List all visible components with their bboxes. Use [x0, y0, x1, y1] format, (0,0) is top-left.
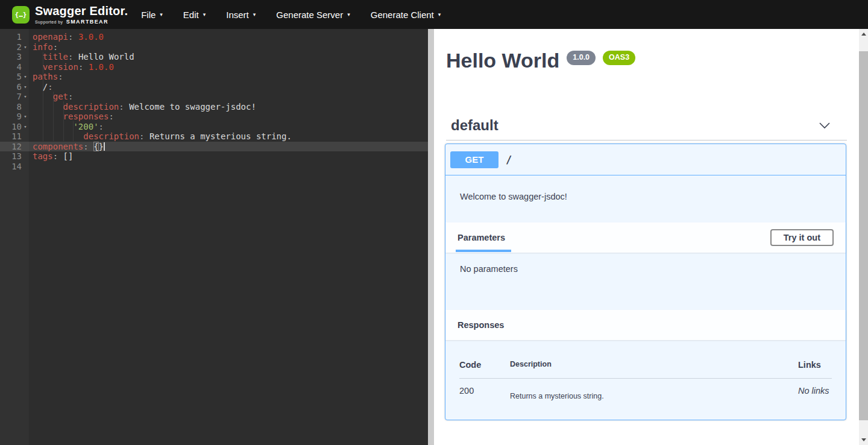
code-text: '200':: [29, 122, 104, 132]
scroll-down-icon[interactable]: [859, 435, 868, 445]
menu-label: Insert: [226, 10, 249, 20]
line-number: 10▾: [0, 122, 29, 132]
line-number: 9▾: [0, 112, 29, 122]
tag-section-header[interactable]: default: [451, 115, 832, 136]
code-editor[interactable]: 1openapi: 3.0.02▾info:3 title: Hello Wor…: [0, 29, 428, 445]
responses-header: Responses: [445, 310, 846, 340]
oas3-badge: OAS3: [603, 51, 635, 65]
tab-parameters[interactable]: Parameters: [458, 233, 505, 242]
preview-scrollbar[interactable]: [859, 29, 868, 445]
text-cursor: [104, 142, 105, 151]
menu-insert[interactable]: Insert▾: [226, 10, 256, 20]
code-text: [29, 162, 33, 172]
code-text: /:: [29, 82, 53, 92]
line-number: 11: [0, 131, 29, 142]
editor-line-7[interactable]: 7▾ get:: [0, 92, 428, 102]
fold-arrow-icon[interactable]: ▾: [22, 92, 29, 102]
version-badge: 1.0.0: [567, 51, 596, 65]
line-number: 6▾: [0, 82, 29, 92]
no-parameters-section: No parameters: [445, 253, 846, 310]
editor-line-10[interactable]: 10▾ '200':: [0, 122, 428, 132]
menubar: File▾Edit▾Insert▾Generate Server▾Generat…: [141, 10, 441, 20]
scroll-up-icon[interactable]: [859, 29, 868, 39]
operation-description-text: Welcome to swagger-jsdoc!: [460, 192, 831, 201]
tag-name: default: [451, 117, 498, 134]
brand-text: Swagger Editor. Supported by SMARTBEAR: [35, 5, 128, 25]
menu-generate-client[interactable]: Generate Client▾: [371, 10, 441, 20]
code-text: responses:: [29, 112, 114, 122]
fold-arrow-icon[interactable]: ▾: [22, 82, 29, 92]
response-links: No links: [798, 386, 832, 400]
col-code: Code: [459, 360, 510, 370]
editor-line-6[interactable]: 6▾ /:: [0, 82, 428, 92]
col-description: Description: [510, 360, 798, 370]
responses-title: Responses: [458, 320, 504, 330]
fold-arrow-icon[interactable]: ▾: [22, 72, 29, 82]
caret-down-icon: ▾: [160, 11, 163, 17]
editor-line-3[interactable]: 3 title: Hello World: [0, 52, 428, 62]
menu-edit[interactable]: Edit▾: [183, 10, 206, 20]
code-text: paths:: [29, 72, 63, 82]
editor-line-5[interactable]: 5▾paths:: [0, 72, 428, 82]
fold-arrow-icon[interactable]: ▾: [22, 112, 29, 122]
code-text: description: Returns a mysterious string…: [29, 131, 292, 142]
code-text: info:: [29, 42, 58, 52]
editor-line-12[interactable]: 12components: {}: [0, 142, 428, 152]
responses-table: Code Description Links 200 Returns a mys…: [445, 340, 846, 420]
editor-line-14[interactable]: 14: [0, 162, 428, 172]
editor-line-8[interactable]: 8 description: Welcome to swagger-jsdoc!: [0, 102, 428, 112]
line-number: 7▾: [0, 92, 29, 102]
menu-file[interactable]: File▾: [141, 10, 163, 20]
topbar: {…} Swagger Editor. Supported by SMARTBE…: [0, 0, 868, 29]
parameters-header: Parameters Try it out: [445, 222, 846, 253]
menu-generate-server[interactable]: Generate Server▾: [276, 10, 350, 20]
editor-line-4[interactable]: 4 version: 1.0.0: [0, 62, 428, 72]
code-text: title: Hello World: [29, 52, 134, 62]
caret-down-icon: ▾: [438, 11, 441, 17]
editor-line-1[interactable]: 1openapi: 3.0.0: [0, 32, 428, 42]
caret-down-icon: ▾: [253, 11, 256, 17]
opblock-get: GET / Welcome to swagger-jsdoc! Paramete…: [445, 144, 846, 420]
editor-line-9[interactable]: 9▾ responses:: [0, 112, 428, 122]
operation-path: /: [506, 154, 512, 166]
line-number: 5▾: [0, 72, 29, 82]
scrollbar-thumb[interactable]: [859, 51, 868, 420]
col-links: Links: [798, 360, 832, 370]
code-text: description: Welcome to swagger-jsdoc!: [29, 102, 256, 112]
smartbear-label: SMARTBEAR: [66, 19, 108, 25]
menu-label: Generate Client: [371, 10, 434, 20]
line-number: 4: [0, 62, 29, 72]
swagger-editor-app: {…} Swagger Editor. Supported by SMARTBE…: [0, 0, 868, 445]
response-row-200: 200 Returns a mysterious string. No link…: [459, 379, 832, 400]
fold-arrow-icon[interactable]: ▾: [22, 122, 29, 132]
operation-summary[interactable]: GET /: [445, 144, 846, 175]
line-number: 3: [0, 52, 29, 62]
http-method-badge: GET: [450, 151, 498, 168]
code-text: components: {}: [29, 142, 105, 152]
pane-splitter[interactable]: [428, 29, 434, 445]
api-docs-preview: Hello World 1.0.0 OAS3 default GET / Wel…: [434, 29, 859, 445]
menu-label: Generate Server: [276, 10, 343, 20]
editor-line-2[interactable]: 2▾info:: [0, 42, 428, 52]
brand-subtitle: Supported by SMARTBEAR: [35, 19, 128, 25]
api-title: Hello World: [446, 49, 559, 72]
line-number: 13: [0, 151, 29, 162]
api-info: Hello World 1.0.0 OAS3: [446, 49, 635, 72]
no-parameters-text: No parameters: [460, 264, 518, 274]
fold-arrow-icon[interactable]: ▾: [22, 42, 29, 52]
caret-down-icon: ▾: [203, 11, 206, 17]
menu-label: File: [141, 10, 156, 20]
swagger-logo-icon: {…}: [12, 6, 30, 24]
chevron-down-icon[interactable]: [817, 118, 832, 133]
parameters-tab-label: Parameters: [458, 233, 505, 242]
line-number: 12: [0, 142, 29, 152]
editor-lines: 1openapi: 3.0.02▾info:3 title: Hello Wor…: [0, 32, 428, 171]
app-title: Swagger Editor.: [35, 5, 128, 17]
line-number: 8: [0, 102, 29, 112]
try-it-out-button[interactable]: Try it out: [770, 229, 834, 246]
editor-line-13[interactable]: 13tags: []: [0, 151, 428, 162]
code-text: get:: [29, 92, 73, 102]
line-number: 1: [0, 32, 29, 42]
editor-line-11[interactable]: 11 description: Returns a mysterious str…: [0, 131, 428, 142]
brand: {…} Swagger Editor. Supported by SMARTBE…: [12, 5, 128, 25]
